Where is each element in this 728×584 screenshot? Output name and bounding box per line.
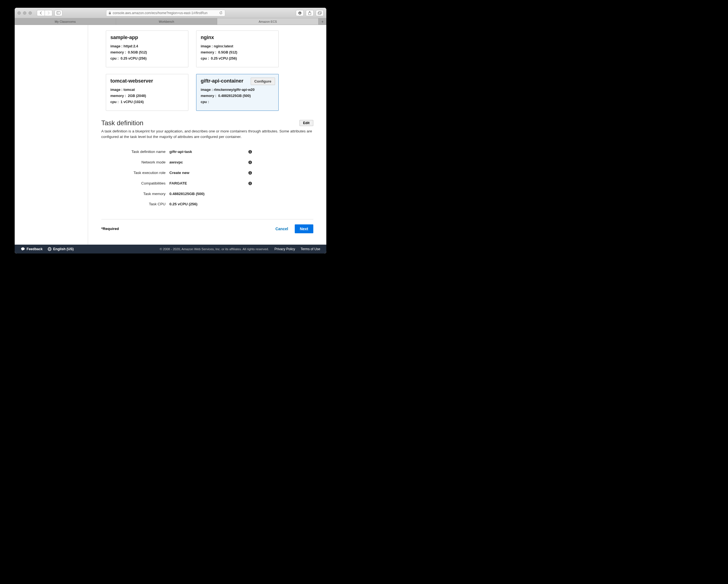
- card-title: sample-app: [110, 35, 184, 41]
- configure-button[interactable]: Configure: [251, 78, 275, 85]
- main-content: sample-app image : httpd:2.4 memory : 0.…: [88, 25, 326, 245]
- row-compatibilities: Compatibilities FARGATE: [101, 178, 313, 189]
- sidebar-toggle-button[interactable]: [55, 10, 62, 16]
- container-card-nginx[interactable]: nginx image : nginx:latest memory : 0.5G…: [196, 30, 279, 67]
- language-selector[interactable]: English (US): [48, 247, 74, 251]
- reload-icon[interactable]: [219, 11, 223, 15]
- feedback-link[interactable]: Feedback: [21, 247, 43, 251]
- tabs-button[interactable]: [316, 10, 323, 16]
- page-body: sample-app image : httpd:2.4 memory : 0.…: [15, 25, 326, 245]
- task-definition-description: A task definition is a blueprint for you…: [101, 129, 313, 140]
- forward-button[interactable]: [45, 10, 52, 16]
- edit-button[interactable]: Edit: [300, 120, 313, 126]
- row-task-definition-name: Task definition name giftr-api-task: [101, 147, 313, 157]
- row-task-cpu: Task CPU 0.25 vCPU (256): [101, 199, 313, 209]
- svg-rect-0: [57, 11, 60, 15]
- zoom-window-icon[interactable]: [29, 11, 32, 15]
- card-title: tomcat-webserver: [110, 78, 184, 84]
- lock-icon: [109, 11, 111, 15]
- tab-my-classrooms[interactable]: My Classrooms: [15, 18, 116, 25]
- speech-bubble-icon: [21, 247, 25, 251]
- task-definition-heading: Task definition: [101, 119, 144, 127]
- svg-rect-11: [250, 162, 251, 163]
- svg-rect-17: [250, 183, 251, 184]
- info-icon[interactable]: [248, 160, 252, 164]
- terms-of-use-link[interactable]: Terms of Use: [301, 247, 320, 251]
- globe-icon: [48, 247, 52, 251]
- svg-point-18: [250, 182, 250, 183]
- container-card-grid: sample-app image : httpd:2.4 memory : 0.…: [106, 30, 313, 111]
- share-button[interactable]: [306, 10, 314, 16]
- required-label: *Required: [101, 227, 119, 231]
- container-card-giftr-api[interactable]: Configure giftr-api-container image : rl…: [196, 74, 279, 111]
- svg-point-19: [21, 247, 25, 250]
- browser-toolbar: console.aws.amazon.com/ecs/home?region=u…: [15, 8, 326, 18]
- minimize-window-icon[interactable]: [23, 11, 26, 15]
- row-task-execution-role: Task execution role Create new: [101, 168, 313, 178]
- svg-rect-14: [250, 172, 251, 174]
- toolbar-right: [296, 10, 323, 16]
- container-card-tomcat[interactable]: tomcat-webserver image : tomcat memory :…: [106, 74, 188, 111]
- info-icon[interactable]: [248, 171, 252, 175]
- svg-point-15: [250, 172, 250, 172]
- copyright-text: © 2008 - 2020, Amazon Web Services, Inc.…: [160, 247, 269, 251]
- svg-rect-8: [250, 151, 251, 153]
- address-bar[interactable]: console.aws.amazon.com/ecs/home?region=u…: [106, 10, 225, 16]
- svg-point-12: [250, 161, 250, 161]
- row-task-memory: Task memory 0.48828125GB (500): [101, 189, 313, 199]
- safari-window: console.aws.amazon.com/ecs/home?region=u…: [15, 8, 326, 253]
- browser-tabbar: My Classrooms Workbench Amazon ECS +: [15, 18, 326, 25]
- address-url: console.aws.amazon.com/ecs/home?region=u…: [113, 11, 207, 15]
- info-icon[interactable]: [248, 181, 252, 186]
- svg-rect-2: [109, 13, 111, 15]
- aws-footer: Feedback English (US) © 2008 - 2020, Ama…: [15, 245, 326, 253]
- container-card-sample-app[interactable]: sample-app image : httpd:2.4 memory : 0.…: [106, 30, 188, 67]
- card-title: nginx: [201, 35, 274, 41]
- next-button[interactable]: Next: [295, 224, 313, 233]
- tab-amazon-ecs[interactable]: Amazon ECS: [217, 18, 318, 25]
- cancel-button[interactable]: Cancel: [271, 224, 292, 233]
- nav-buttons: [37, 10, 52, 16]
- action-row: *Required Cancel Next: [101, 224, 313, 233]
- task-definition-header: Task definition Edit: [101, 119, 313, 127]
- downloads-button[interactable]: [296, 10, 304, 16]
- task-definition-rows: Task definition name giftr-api-task Netw…: [101, 147, 313, 209]
- close-window-icon[interactable]: [18, 11, 21, 15]
- svg-rect-5: [318, 12, 321, 15]
- divider: [101, 219, 313, 220]
- svg-point-9: [250, 150, 250, 151]
- window-controls: [18, 11, 32, 15]
- privacy-policy-link[interactable]: Privacy Policy: [275, 247, 295, 251]
- back-button[interactable]: [37, 10, 45, 16]
- info-icon[interactable]: [248, 150, 252, 154]
- row-network-mode: Network mode awsvpc: [101, 157, 313, 168]
- tab-workbench[interactable]: Workbench: [116, 18, 217, 25]
- new-tab-button[interactable]: +: [318, 18, 326, 25]
- left-sidebar: [15, 25, 88, 245]
- svg-rect-6: [318, 11, 321, 14]
